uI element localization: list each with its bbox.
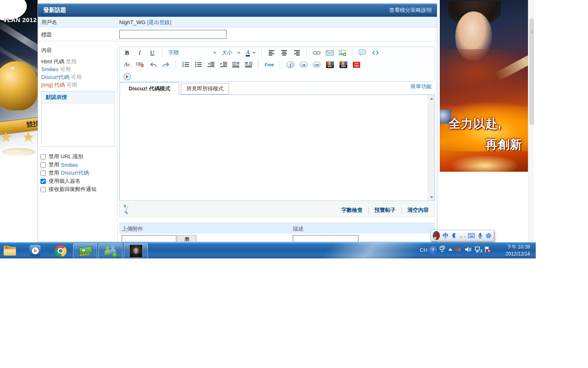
ad-banner[interactable]: 全力以赴, 再創新 <box>440 0 528 172</box>
code-icon[interactable] <box>372 49 379 57</box>
chrome-taskbar-icon[interactable] <box>54 244 67 257</box>
upload-row: 瀏覽... <box>119 233 435 242</box>
disable-smilies-checkbox[interactable] <box>40 162 46 168</box>
disable-discuzcode-checkbox[interactable] <box>40 171 46 176</box>
wmv-icon[interactable]: WMV <box>339 61 347 68</box>
game-taskbar-button[interactable] <box>124 243 148 258</box>
left-banner[interactable]: VLAN 2012 競技 <box>0 0 38 163</box>
image-float-right-icon[interactable] <box>245 61 252 69</box>
checkbox-0[interactable]: 禁用 URL 識別 <box>40 153 98 161</box>
explorer-taskbar-icon[interactable] <box>3 244 16 257</box>
scrollbar-grip <box>531 30 533 34</box>
editor-column: B I U 字體 大小 A <box>119 41 435 242</box>
toolbar-separator <box>258 61 259 68</box>
disable-url-checkbox[interactable] <box>40 154 46 159</box>
ime-chinese-mode-icon[interactable]: 中 <box>443 232 449 240</box>
undo-icon[interactable] <box>149 61 157 69</box>
unordered-list-icon[interactable] <box>194 61 202 69</box>
mixer-volume-icon[interactable] <box>454 247 461 253</box>
editor-resize-handle[interactable] <box>123 204 129 215</box>
font-select[interactable]: 字體 <box>168 49 216 56</box>
clear-content-button[interactable]: 清空內容 <box>402 206 434 214</box>
logout-link[interactable]: [退出登錄] <box>147 19 171 25</box>
language-bar-restore-icon[interactable] <box>439 246 445 252</box>
bold-icon[interactable]: B <box>123 49 131 57</box>
preview-post-button[interactable]: 預覽帖子 <box>369 206 401 214</box>
ime-help-icon[interactable]: ? <box>430 247 437 254</box>
scroll-down-button[interactable] <box>428 194 435 201</box>
banner-fade <box>0 131 38 163</box>
ordered-list-icon[interactable] <box>182 61 189 69</box>
tab-discuz-code-mode[interactable]: Discuz! 代碼模式 <box>120 82 179 95</box>
checkbox-1[interactable]: 禁用 Smilies <box>40 161 98 169</box>
align-left-icon[interactable] <box>268 49 275 57</box>
messenger-taskbar-button[interactable] <box>98 243 122 258</box>
realaudio-icon[interactable]: ra <box>300 62 307 67</box>
page-scrollbar[interactable] <box>528 0 534 242</box>
outdent-icon[interactable] <box>207 61 214 69</box>
trophy-graphic <box>0 61 38 110</box>
ime-fullwidth-icon[interactable] <box>452 233 457 238</box>
youtube-icon[interactable]: YouTube <box>353 62 360 68</box>
language-indicator[interactable]: CH <box>420 247 428 253</box>
credit-policy-link[interactable]: 查看積分策略說明 <box>389 7 432 14</box>
checkbox-3[interactable]: 使用個人簽名 <box>40 177 98 185</box>
attachment-description-input[interactable] <box>293 235 359 242</box>
wma-icon[interactable]: WMA <box>326 61 334 68</box>
align-center-icon[interactable] <box>281 49 288 57</box>
toolbar-separator <box>280 61 281 68</box>
redo-icon[interactable] <box>162 61 169 69</box>
upload-attachment-label: 上傳附件 <box>122 225 143 233</box>
email-notify-checkbox[interactable] <box>40 187 46 192</box>
scroll-up-button[interactable] <box>428 95 435 102</box>
ime-punctuation-icon[interactable]: 。, <box>460 233 465 239</box>
title-input[interactable] <box>119 30 227 39</box>
taskbar-clock[interactable]: 下午 10:39 2012/12/14 <box>495 244 530 258</box>
show-hidden-icons-chevron[interactable] <box>448 248 452 251</box>
media-player-icon[interactable] <box>123 72 131 81</box>
speaker-volume-icon[interactable] <box>465 247 472 253</box>
page-scrollbar-thumb[interactable] <box>530 18 534 125</box>
ime-language-bar: 中 。, <box>430 230 494 241</box>
indent-icon[interactable] <box>220 61 227 69</box>
underline-icon[interactable]: U <box>149 49 156 57</box>
ime-settings-gear-icon[interactable] <box>486 233 492 239</box>
checkbox-4[interactable]: 接收新回復郵件通知 <box>40 185 98 193</box>
clock-date: 2012/12/14 <box>495 251 530 258</box>
align-right-icon[interactable] <box>293 49 301 57</box>
use-signature-checkbox[interactable] <box>40 179 46 184</box>
realmedia-icon[interactable]: rm <box>313 62 321 67</box>
font-color-picker[interactable]: A <box>246 49 256 57</box>
flash-icon[interactable]: f <box>286 61 294 68</box>
font-size-select[interactable]: 大小 <box>222 49 241 56</box>
quote-icon[interactable] <box>359 49 366 57</box>
image-float-left-icon[interactable] <box>232 61 240 69</box>
network-tool-taskbar-button[interactable] <box>73 243 97 258</box>
post-options: 禁用 URL 識別 禁用 Smilies 禁用 Discuz!代碼 使用個人簽名… <box>40 153 98 193</box>
ime-keyboard-icon[interactable] <box>468 233 475 238</box>
tab-wysiwyg-mode[interactable]: 所見即所得模式 <box>181 83 229 94</box>
word-count-button[interactable]: 字數檢查 <box>336 206 368 214</box>
free-media-icon[interactable]: Free <box>265 61 274 69</box>
remove-format-icon[interactable]: Ax <box>123 61 131 69</box>
new-topic-form: 發新話題 查看積分策略說明 用戶名 NighT_WG[退出登錄] 標題 內容 H… <box>38 3 437 242</box>
unlink-icon[interactable] <box>136 61 144 69</box>
checkbox-2[interactable]: 禁用 Discuz!代碼 <box>40 169 98 177</box>
insert-image-icon[interactable] <box>339 49 346 57</box>
ad-slogan-line2: 再創新 <box>486 137 522 153</box>
network-status-icon[interactable] <box>474 247 482 253</box>
perm-discuz-code: Discuz!代碼可用 <box>41 73 82 81</box>
media-player-taskbar-icon[interactable] <box>29 244 42 257</box>
textarea-scrollbar[interactable] <box>428 95 434 201</box>
message-textarea[interactable] <box>119 94 435 201</box>
chevron-down-icon <box>252 52 256 56</box>
browse-button[interactable]: 瀏覽... <box>177 235 196 242</box>
ime-logo-icon[interactable] <box>433 231 440 240</box>
simple-mode-link[interactable]: 簡單功能 <box>410 83 432 90</box>
email-link-icon[interactable] <box>326 49 334 57</box>
italic-icon[interactable]: I <box>136 49 143 57</box>
ime-microphone-icon[interactable] <box>478 233 483 239</box>
attachment-file-input[interactable] <box>122 235 176 242</box>
action-center-flag-icon[interactable] <box>484 246 491 253</box>
link-icon[interactable] <box>313 49 321 57</box>
